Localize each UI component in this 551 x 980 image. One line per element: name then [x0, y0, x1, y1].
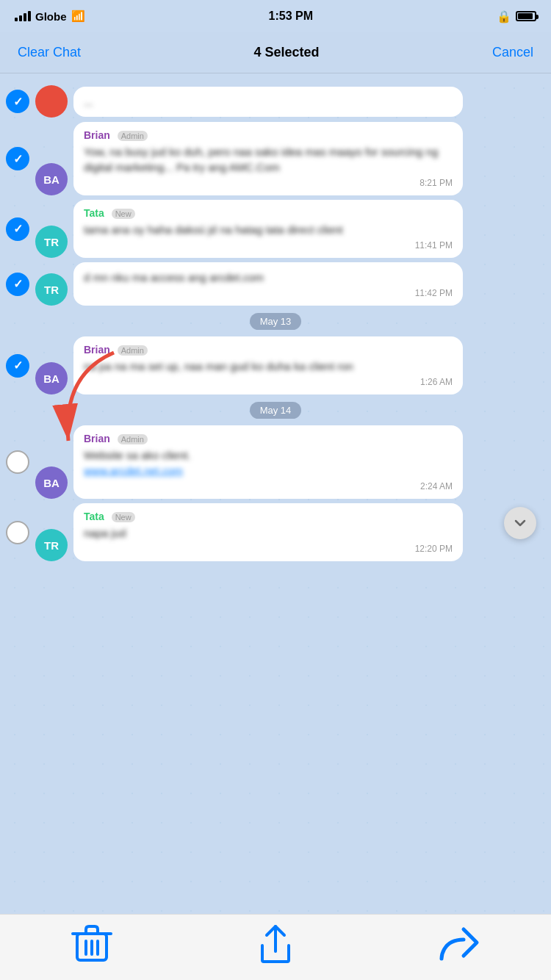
- message-row-2: TR Tata New tama ana oy haha dakoú jd na…: [0, 200, 551, 258]
- date-label-2: May 14: [250, 402, 302, 419]
- select-circle-1[interactable]: [6, 147, 29, 170]
- sender-badge-1: Admin: [118, 131, 148, 141]
- sender-name-2: Tata New: [84, 207, 453, 219]
- select-circle-5[interactable]: [6, 450, 29, 474]
- status-time: 1:53 PM: [269, 10, 313, 23]
- message-row-5: BA Brian Admin Website sa ako client. ww…: [0, 425, 551, 499]
- message-row-3: TR d mn nku ma access ang arcdet.com 11:…: [0, 262, 551, 306]
- select-circle-4[interactable]: [6, 354, 29, 378]
- message-bubble-5: Brian Admin Website sa ako client. www.a…: [73, 425, 463, 499]
- message-row-6: TR Tata New napa jud 12:20 PM: [0, 503, 551, 561]
- select-circle-3[interactable]: [6, 273, 29, 296]
- message-text-6: napa jud: [84, 525, 453, 541]
- battery-icon: [516, 11, 536, 21]
- message-text-4: na pa na ma set up, naa man gud ko duha …: [84, 359, 453, 374]
- status-right: 🔒: [497, 10, 536, 24]
- delete-button[interactable]: [70, 926, 114, 962]
- message-row-partial: ...: [0, 85, 551, 118]
- avatar-tr-2: TR: [35, 226, 68, 258]
- share-icon: [253, 922, 298, 966]
- message-bubble-6: Tata New napa jud 12:20 PM: [73, 503, 463, 561]
- select-circle-2[interactable]: [6, 217, 29, 241]
- sender-badge-4: Admin: [118, 345, 148, 356]
- avatar-tr-6: TR: [35, 529, 68, 561]
- message-text-2: tama ana oy haha dakoú jd na hatag tata …: [84, 222, 453, 237]
- chat-area: ... BA Brian Admin Yow, na busy jud ko d…: [0, 73, 551, 918]
- carrier-info: Globe 📶: [15, 10, 85, 23]
- message-link-5[interactable]: www.arcdet.net.com: [84, 463, 453, 478]
- sender-name-6: Tata New: [84, 511, 453, 522]
- message-text-3: d mn nku ma access ang arcdet.com: [84, 270, 453, 285]
- avatar-ba-4: BA: [35, 362, 68, 394]
- forward-button[interactable]: [437, 926, 481, 962]
- message-text-5: Website sa ako client.: [84, 447, 453, 463]
- date-separator-2: May 14: [0, 403, 551, 417]
- avatar-ba-5: BA: [35, 466, 68, 499]
- message-bubble-3: d mn nku ma access ang arcdet.com 11:42 …: [73, 262, 463, 306]
- message-time-4: 1:26 AM: [84, 377, 453, 387]
- message-bubble-4: Brian Admin na pa na ma set up, naa man …: [73, 336, 463, 394]
- scroll-down-button[interactable]: [504, 507, 536, 539]
- sender-name-1: Brian Admin: [84, 129, 453, 141]
- wifi-icon: 📶: [71, 10, 85, 23]
- trash-icon: [70, 922, 114, 966]
- forward-icon: [437, 922, 481, 966]
- date-separator-1: May 13: [0, 314, 551, 328]
- message-time-5: 2:24 AM: [84, 481, 453, 491]
- message-time-1: 8:21 PM: [84, 178, 453, 188]
- sender-badge-6: New: [112, 512, 135, 522]
- navigation-bar: Clear Chat 4 Selected Cancel: [0, 32, 551, 73]
- message-time-6: 12:20 PM: [84, 544, 453, 554]
- message-text-partial: ...: [84, 94, 453, 109]
- sender-badge-2: New: [112, 209, 135, 219]
- cancel-button[interactable]: Cancel: [486, 42, 539, 63]
- avatar-ba-1: BA: [35, 163, 68, 195]
- signal-icon: [15, 11, 31, 21]
- avatar-partial: [35, 85, 68, 118]
- message-bubble-partial: ...: [73, 87, 463, 117]
- sender-name-4: Brian Admin: [84, 344, 453, 356]
- carrier-label: Globe: [35, 10, 67, 23]
- message-row-4: BA Brian Admin na pa na ma set up, naa m…: [0, 336, 551, 394]
- share-button[interactable]: [253, 926, 298, 962]
- message-time-3: 11:42 PM: [84, 288, 453, 298]
- select-circle-6[interactable]: [6, 521, 29, 544]
- message-bubble-2: Tata New tama ana oy haha dakoú jd na ha…: [73, 200, 463, 258]
- message-bubble-1: Brian Admin Yow, na busy jud ko duh, per…: [73, 122, 463, 195]
- message-row-1: BA Brian Admin Yow, na busy jud ko duh, …: [0, 122, 551, 195]
- date-label-1: May 13: [250, 313, 302, 330]
- sender-badge-5: Admin: [118, 434, 148, 444]
- select-circle-partial[interactable]: [6, 90, 29, 113]
- message-time-2: 11:41 PM: [84, 240, 453, 251]
- nav-title: 4 Selected: [253, 45, 319, 60]
- bottom-toolbar: [0, 914, 551, 980]
- message-text-1: Yow, na busy jud ko duh, pero naa sako i…: [84, 144, 453, 175]
- clear-chat-button[interactable]: Clear Chat: [12, 42, 87, 63]
- lock-icon: 🔒: [497, 10, 511, 24]
- avatar-tr-3: TR: [35, 273, 68, 306]
- status-bar: Globe 📶 1:53 PM 🔒: [0, 0, 551, 32]
- sender-name-5: Brian Admin: [84, 433, 453, 444]
